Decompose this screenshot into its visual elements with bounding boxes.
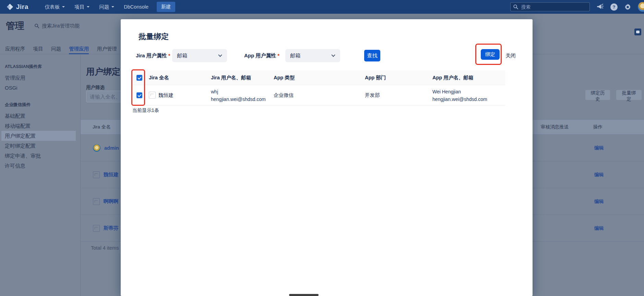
chevron-down-icon [62,6,65,9]
batch-binding-button[interactable]: 批量绑定 [616,90,642,100]
help-icon[interactable]: ? [610,3,618,11]
binding-history-button[interactable]: 绑定历史 [585,90,610,100]
user-placeholder-icon [149,92,156,99]
create-button[interactable]: 新建 [157,2,175,12]
modal-table-header: Jira 全名 Jira 用户名、邮箱 App 类型 App 部门 App 用户… [132,70,505,85]
required-asterisk: * [168,53,170,58]
col-app-user-email: App 用户名、邮箱 [432,70,473,85]
find-button[interactable]: 查找 [364,50,380,61]
admin-search[interactable]: 搜索Jira管理功能 [34,23,80,29]
select-all-checkbox[interactable] [136,75,142,81]
menu-issues[interactable]: 问题 [94,0,119,14]
edit-link[interactable]: 编辑 [594,225,604,231]
modal-result-table: Jira 全名 Jira 用户名、邮箱 App 类型 App 部门 App 用户… [132,70,505,105]
result-count-label: 当前显示1条 [132,107,159,114]
chevron-down-icon [87,6,90,9]
sidebar-item-base-config[interactable]: 基础配置 [0,111,80,121]
jira-attr-select[interactable]: 邮箱 [172,49,227,62]
jira-attr-selected-value: 邮箱 [177,53,187,58]
admin-sidebar: ATLASSIAN插件库 管理应用 OSGi 企业微信插件 基础配置 移动端配置… [0,55,81,296]
megaphone-icon[interactable] [596,3,604,11]
navbar-search-input[interactable] [510,2,590,11]
app-attr-select[interactable]: 邮箱 [285,49,340,62]
menu-projects[interactable]: 项目 [70,0,94,14]
edit-link[interactable]: 编辑 [594,198,604,205]
total-items-label: Total 4 items [91,245,119,251]
user-placeholder-icon [93,225,100,232]
cell-app-dept: 开发部 [365,85,380,105]
sidebar-section-wechat: 企业微信插件 [5,102,80,108]
col-app-dept: App 部门 [365,70,386,85]
row-checkbox[interactable] [136,92,142,98]
edit-link[interactable]: 编辑 [594,145,604,151]
jira-attr-label: Jira 用户属性* [136,53,170,59]
app-attr-label: App 用户属性* [244,53,279,59]
tab-manage-apps[interactable]: 管理应用 [69,45,89,54]
filter-label: 用户筛选 [86,84,105,91]
cell-jira-fullname: 魏恒建 [158,85,174,105]
sidebar-item-scheduled-binding[interactable]: 定时绑定配置 [0,141,80,151]
tab-applications[interactable]: 应用程序 [5,45,25,54]
search-icon [513,4,518,11]
user-avatar[interactable] [638,2,644,12]
notification-flag-icon[interactable] [634,29,641,35]
sidebar-item-binding-approval[interactable]: 绑定申请、审批 [0,151,80,161]
tab-user-management[interactable]: 用户管理 [97,45,117,54]
top-navbar: Jira 仪表板 项目 问题 DbConsole 新建 ? [0,0,644,14]
col-app-type: App 类型 [274,70,295,85]
tab-projects[interactable]: 项目 [33,45,43,54]
horizontal-scrollbar-thumb[interactable] [289,294,319,296]
user-avatar-icon [93,144,100,152]
sidebar-section-atlassian: ATLASSIAN插件库 [5,64,80,70]
sidebar-item-user-binding-config[interactable]: 用户绑定配置 [1,131,76,141]
user-link[interactable]: 魏恒建 [104,171,119,178]
admin-page-title: 管理 [6,20,24,32]
cell-app-email: hengjian.wei@shdsd.com [432,96,487,103]
user-placeholder-icon [93,198,100,205]
sidebar-item-manage-apps[interactable]: 管理应用 [0,73,80,83]
jira-logo-icon [6,3,14,11]
jira-logo[interactable]: Jira [6,3,28,11]
chevron-down-icon [111,6,114,9]
user-link[interactable]: 斯蒂芬 [104,225,119,231]
jira-logo-text: Jira [16,3,28,11]
gear-icon[interactable] [624,3,631,11]
col-actions: 操作 [593,120,603,134]
menu-dbconsole[interactable]: DbConsole [119,0,153,14]
search-icon [34,23,39,29]
sidebar-item-mobile-config[interactable]: 移动端配置 [0,121,80,131]
tab-issues[interactable]: 问题 [51,45,61,54]
cell-app-type: 企业微信 [274,85,294,105]
bind-button[interactable]: 绑定 [481,49,500,60]
modal-title: 批量绑定 [139,32,169,42]
modal-table-row: 魏恒建 whj hengjian.wei@shdsd.com 企业微信 开发部 … [132,85,505,105]
navbar-right: ? [510,0,644,14]
user-link[interactable]: 啊啊啊 [104,198,119,205]
col-jira-fullname: Jira 全名 [149,70,169,85]
required-asterisk: * [277,53,279,58]
chevron-down-icon [331,53,335,57]
cell-jira-email: hengjian.wei@shdsd.com [211,96,266,103]
user-link[interactable]: admin [104,145,119,151]
menu-dashboards[interactable]: 仪表板 [40,0,70,14]
app-attr-selected-value: 邮箱 [290,53,300,58]
cell-jira-username: whj [211,88,218,95]
user-placeholder-icon [93,171,100,178]
batch-binding-modal: 批量绑定 Jira 用户属性* 邮箱 App 用户属性* 邮箱 查找 绑定 关闭… [121,19,533,296]
cell-app-username: Wei Hengjian [432,88,461,95]
chevron-down-icon [218,53,222,57]
sidebar-item-license-info[interactable]: 许可信息 [0,161,80,171]
edit-link[interactable]: 编辑 [594,172,604,178]
col-audit-push: 审核消息推送 [541,120,569,134]
navbar-menu: 仪表板 项目 问题 DbConsole [40,0,153,14]
col-jira-fullname: Jira 全名 [93,120,111,134]
admin-search-hint: 搜索Jira管理功能 [42,23,80,29]
navbar-search [510,2,590,11]
col-jira-user-email: Jira 用户名、邮箱 [211,70,251,85]
close-button[interactable]: 关闭 [505,53,516,59]
sidebar-item-osgi[interactable]: OSGi [0,83,80,93]
